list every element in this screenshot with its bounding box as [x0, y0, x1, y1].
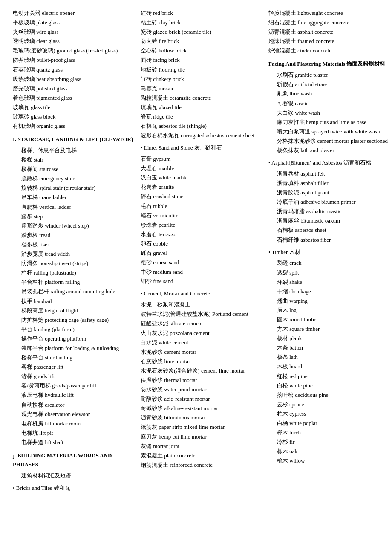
list-item: 波特兰水泥(普通硅酸盐水泥) Portland cement	[141, 309, 264, 319]
list-item: 轻质混凝土 lightweight concrete	[268, 9, 392, 18]
list-item: 干缩 shrinkage	[268, 287, 392, 296]
list-item: 碎石 crushed stone	[141, 192, 264, 201]
bullet-header: • Lime, Sand and Stone 灰、砂和石	[141, 144, 264, 153]
list-item: 电动开关器 electric opener	[13, 9, 136, 18]
list-item: 栏杆 railing (balustrade)	[13, 268, 136, 278]
list-item: 环裂 shake	[268, 278, 392, 287]
list-item: 白松 white pine	[268, 381, 392, 390]
list-item: 琉璃瓦 glazed tile	[141, 103, 264, 112]
list-item: 疏散梯 emergency stair	[13, 174, 136, 183]
list-item: 水泥砂浆 cement mortar	[141, 347, 264, 357]
list-item: 磨光玻璃 polished glass	[13, 84, 136, 93]
list-item: 木板 board	[268, 362, 392, 371]
list-item: 石灰砂浆 lime mortar	[141, 357, 264, 366]
list-item: 平台 landing (platform)	[13, 325, 136, 334]
list-item: 缸砖 clinkery brick	[141, 75, 264, 84]
list-item: 花岗岩 granite	[141, 182, 264, 192]
list-item: 砾石 gravel	[141, 249, 264, 258]
list-item: 石膏 gypsum	[141, 154, 264, 164]
list-item: 裂缝 crack	[268, 258, 392, 268]
list-item: 透明玻璃 clear glass	[13, 37, 136, 46]
list-item: 沥青砂浆 bituminous mortar	[141, 413, 264, 422]
list-item: 粘土砖 clay brick	[141, 18, 264, 27]
list-item: 沥青混凝土 asphalt concrete	[268, 27, 392, 37]
list-item: 防滑条 non-slip insert (strips)	[13, 259, 136, 268]
list-item: 陶粒混凝土 ceramsite concrete	[141, 93, 264, 103]
list-item: 冷杉 fir	[268, 437, 392, 447]
list-item: 楼梯、休息平台及电梯	[13, 146, 136, 155]
list-item: 白杨 white poplar	[268, 419, 392, 428]
list-item: 石棉瓦 asbestos tile (shingle)	[141, 121, 264, 131]
list-item: 平板玻璃 plate glass	[13, 18, 136, 27]
list-item: 客/货两用梯 goods/passenger lift	[13, 381, 136, 390]
list-item: 栎木 oak	[268, 447, 392, 456]
list-item: 水泥石灰砂浆(混合砂浆) cement-lime mortar	[141, 366, 264, 376]
list-item: 刷浆 lime wash	[268, 89, 392, 98]
list-item: 耐碱砂浆 alkaline-resistant mortar	[141, 404, 264, 413]
list-item: 板条抹灰 lath and plaster	[268, 146, 392, 155]
list-item: 沥青胶泥 asphalt grout	[268, 188, 392, 197]
list-item: 钢筋混凝土 reinforced concrete	[141, 460, 264, 470]
list-item: 石棉板 asbestos sheet	[268, 225, 392, 235]
list-item: 空心砖 hollow brick	[141, 46, 264, 55]
list-item: 沥青麻丝 bitumastic oakum	[268, 216, 392, 225]
list-item: 装卸平台 platform for loading & unloading	[13, 344, 136, 353]
list-item: 有机玻璃 organic glass	[13, 121, 136, 131]
list-item: 面砖 facing brick	[141, 55, 264, 65]
list-item: 波形石棉水泥瓦 corrugated asbestos cement sheet	[141, 131, 264, 140]
list-item: 石棉纤维 asbestos fiber	[268, 235, 392, 245]
list-item: 毛石 rubble	[141, 202, 264, 211]
list-item: 直爬梯 vertical ladder	[13, 202, 136, 212]
list-item: 翘曲 warping	[268, 296, 392, 306]
list-item: 平台栏杆 platform railing	[13, 278, 136, 287]
list-item: 货梯 goods lift	[13, 372, 136, 381]
list-item: 卵石 cobble	[141, 239, 264, 249]
column-1: 电动开关器 electric opener平板玻璃 plate glass夹丝玻…	[13, 9, 136, 494]
list-item: 楼梯平台 stair landing	[13, 353, 136, 362]
list-item: 水刷石 granitic plaster	[268, 70, 392, 80]
bullet-header: • Cement, Mortar and Concrete	[141, 289, 264, 298]
list-item: 瓷砖 glazed brick (ceramic tile)	[141, 27, 264, 37]
main-content: 电动开关器 electric opener平板玻璃 plate glass夹丝玻…	[13, 9, 379, 494]
list-item: 红砖 red brick	[141, 9, 264, 18]
list-item: 吊装孔栏杆 railing around mounting hole	[13, 287, 136, 296]
list-item: 柏木 cypress	[268, 409, 392, 419]
list-item: 泡沫混凝土 foamed concrete	[268, 37, 392, 46]
section-header: I. STAIRCASE, LANDING & LIFT (ELEVATOR)	[13, 135, 136, 144]
list-item: 保温砂浆 thermal mortar	[141, 376, 264, 385]
list-item: 玻璃瓦 glass tile	[13, 103, 136, 112]
list-item: 沥青填料 asphalt filler	[268, 179, 392, 188]
list-item: 大理石 marble	[141, 164, 264, 173]
list-item: 客梯 passenger lift	[13, 362, 136, 372]
list-item: 麻刀灰 hemp cut lime mortar	[141, 432, 264, 442]
list-item: 水磨石 terrazzo	[141, 230, 264, 239]
section-header: Facing And Plastering Materials 饰面及粉刷材料	[268, 60, 392, 69]
list-item: 冷底子油 adhesive bitumen primer	[268, 197, 392, 207]
list-item: 木条 batten	[268, 343, 392, 353]
list-item: 耐酸砂浆 acid-resistant mortar	[141, 394, 264, 404]
list-item: 夹丝玻璃 wire glass	[13, 27, 136, 37]
list-item: 踏步宽度 tread width	[13, 249, 136, 259]
list-item: 纸筋灰 paper strip mixed lime mortar	[141, 422, 264, 432]
list-item: 石英玻璃 quartz glass	[13, 65, 136, 75]
list-item: 硅酸盐水泥 silicate cement	[141, 319, 264, 328]
list-item: 喷大白浆两道 sprayed twice with white wash	[268, 127, 392, 136]
list-item: 板条 lath	[268, 353, 392, 362]
list-item: 踏步 step	[13, 212, 136, 221]
list-item: 楼梯间 staircase	[13, 165, 136, 174]
list-item: 火山灰水泥 pozzolana cement	[141, 329, 264, 338]
bullet-header: • Asphalt(Bitumen) and Asbestos 沥青和石棉	[268, 159, 392, 168]
list-item: 斩假石 artificial stone	[268, 80, 392, 89]
bullet-header: • Bricks and Tiles 砖和瓦	[13, 484, 136, 493]
column-3: 轻质混凝土 lightweight concrete细石混凝土 fine agg…	[268, 9, 392, 494]
list-item: 自动扶梯 escalator	[13, 400, 136, 410]
list-item: 档步板 riser	[13, 240, 136, 249]
list-item: 电梯坑 lift pit	[13, 428, 136, 438]
bullet-header: • Timber 木材	[268, 248, 392, 257]
list-item: 云杉 spruce	[268, 400, 392, 409]
list-item: 圆木 round timber	[268, 315, 392, 324]
list-item: 沥青卷材 asphalt felt	[268, 169, 392, 179]
column-2: 红砖 red brick粘土砖 clay brick瓷砖 glazed bric…	[141, 9, 264, 494]
list-item: 吸热玻璃 heat absorbing glass	[13, 75, 136, 84]
list-item: 防护梯笼 protecting cage (safety cage)	[13, 315, 136, 325]
